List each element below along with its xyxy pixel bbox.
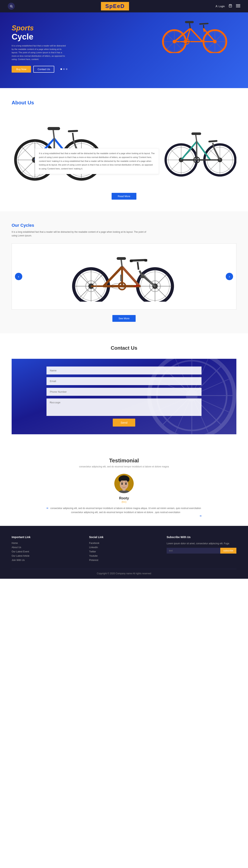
svg-rect-117 (140, 276, 144, 278)
footer-link-pinterest[interactable]: Pinterest (89, 559, 159, 561)
footer-link-article[interactable]: Our Latest Article (11, 555, 81, 557)
testimonial-person-role: (lcc) (11, 500, 237, 503)
footer-link-facebook[interactable]: Facebook (89, 542, 159, 545)
testimonial-subtitle: consectetur adipiscing elit, sed do eius… (11, 465, 237, 468)
see-more-button[interactable]: See More (113, 315, 135, 322)
cycle-image (66, 251, 182, 302)
hero-description: It is a long established fact that a rea… (11, 44, 66, 61)
svg-line-61 (73, 133, 73, 141)
dot-1[interactable] (60, 68, 62, 70)
cycles-seemore: See More (11, 315, 237, 322)
footer-copyright: Copyright © 2020 Company name All rights… (11, 569, 237, 575)
cycles-title-our: Our (11, 223, 19, 228)
subscribe-row: subscribe (166, 548, 237, 554)
footer-link-youtube[interactable]: Youtube (89, 555, 159, 557)
testimonial-person-name: Rooty (11, 496, 237, 500)
svg-point-2 (216, 5, 217, 6)
footer-subscribe-text: Lorem ipsum dolor sit amet, consectetur … (166, 542, 237, 546)
footer-important-title: Important Link (11, 535, 81, 539)
logo[interactable]: SpEeD (101, 2, 129, 10)
svg-rect-28 (185, 21, 194, 23)
subscribe-input[interactable] (166, 548, 220, 554)
footer-social-links: Social Link Facebook LinkedIn Twitter Yo… (89, 535, 159, 563)
svg-line-1 (12, 7, 12, 7)
menu-icon[interactable] (236, 4, 240, 8)
testimonial-quote-text: consectetur adipiscing elit, sed do eius… (46, 506, 202, 514)
header-right: Login (215, 4, 240, 8)
contact-section: Contact Us Send (0, 333, 248, 446)
svg-rect-127 (120, 275, 122, 281)
svg-line-62 (69, 131, 77, 131)
svg-line-63 (53, 129, 54, 138)
footer-link-join[interactable]: Join With Us (11, 559, 81, 561)
footer-link-linkedin[interactable]: LinkedIn (89, 546, 159, 549)
contact-us-button[interactable]: Contact Us (33, 66, 54, 72)
contact-form: Send (46, 367, 202, 427)
cycles-carousel: ‹ (11, 243, 237, 310)
hero-content: Sports Cycle It is a long established fa… (11, 24, 67, 72)
svg-rect-124 (117, 257, 126, 260)
about-title: About Us (11, 100, 237, 106)
about-readmore: Read More (11, 193, 237, 199)
svg-line-123 (121, 259, 122, 267)
footer-important-links: Important Link Home About Us Our Latest … (11, 535, 81, 563)
about-title-highlight: Us (28, 100, 34, 105)
cycles-section: Our Cycles It is a long established fact… (0, 211, 248, 333)
logo-highlight2: D (121, 3, 125, 9)
footer-link-home[interactable]: Home (11, 542, 81, 545)
svg-rect-122 (144, 259, 147, 261)
read-more-button[interactable]: Read More (112, 193, 136, 199)
about-overlay-text: It is a long established fact that a rea… (35, 148, 159, 174)
footer-link-events[interactable]: Our Latest Event (11, 550, 81, 553)
carousel-prev-button[interactable]: ‹ (15, 273, 22, 280)
email-input[interactable] (46, 377, 202, 385)
svg-line-120 (131, 260, 145, 260)
svg-line-88 (213, 143, 214, 148)
dot-2[interactable] (63, 68, 65, 70)
footer-link-twitter[interactable]: Twitter (89, 550, 159, 553)
about-section: About Us (0, 88, 248, 211)
carousel-next-button[interactable]: › (226, 273, 233, 280)
message-textarea[interactable] (46, 399, 202, 416)
logo-text2: e (117, 3, 121, 9)
about-body-text: It is a long established fact that a rea… (39, 152, 155, 171)
about-content: It is a long established fact that a rea… (11, 110, 237, 187)
login-button[interactable]: Login (215, 5, 225, 8)
cycles-description: It is a long established fact that a rea… (11, 230, 147, 238)
buy-now-button[interactable]: Buy Now (11, 66, 31, 72)
hero-bike-image (147, 14, 240, 53)
cart-icon[interactable] (228, 4, 232, 8)
svg-line-22 (190, 28, 203, 42)
dot-3[interactable] (66, 68, 67, 70)
contact-title: Contact Us (11, 345, 237, 351)
about-bike-right (163, 121, 237, 179)
subscribe-button[interactable]: subscribe (220, 548, 237, 554)
quote-open-icon: “ (46, 506, 48, 513)
name-input[interactable] (46, 367, 202, 374)
hero-cycle-title: Cycle (11, 32, 67, 41)
quote-close-icon: ” (200, 514, 202, 521)
phone-input[interactable] (46, 388, 202, 396)
footer-subscribe: Subscribe With Us Lorem ipsum dolor sit … (166, 535, 237, 563)
hero-section: Sports Cycle It is a long established fa… (0, 12, 248, 88)
search-icon[interactable] (8, 3, 15, 10)
svg-point-0 (10, 5, 12, 7)
logo-text: Sp (105, 3, 113, 9)
svg-line-87 (214, 148, 220, 160)
testimonial-content: Rooty (lcc) “ consectetur adipiscing eli… (11, 474, 237, 514)
svg-line-119 (137, 262, 138, 270)
svg-line-90 (196, 134, 197, 142)
hero-sports-title: Sports (11, 24, 67, 32)
svg-line-30 (200, 24, 208, 24)
svg-rect-121 (130, 260, 133, 262)
svg-point-147 (125, 483, 127, 485)
hero-bike-svg (147, 14, 240, 53)
login-label: Login (219, 5, 225, 8)
send-button[interactable]: Send (113, 418, 135, 427)
testimonial-title: Testimonial (11, 458, 237, 464)
footer-subscribe-title: Subscribe With Us (166, 535, 237, 539)
footer-link-about[interactable]: About Us (11, 546, 81, 549)
hero-buttons: Buy Now Contact Us (11, 66, 67, 72)
footer: Important Link Home About Us Our Latest … (0, 526, 248, 579)
logo-highlight: E (113, 3, 117, 9)
